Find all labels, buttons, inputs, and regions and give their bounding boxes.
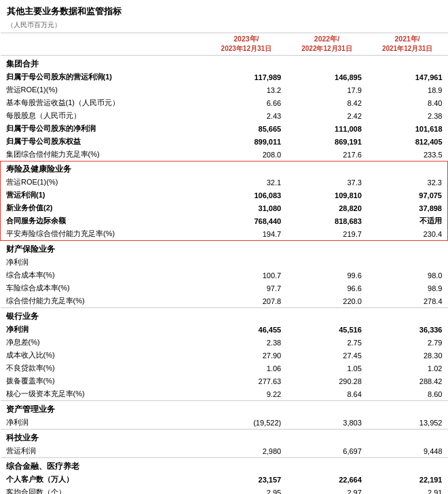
row-value-2: 217.6 [286,148,367,162]
table-row: 成本收入比(%)27.9027.4528.30 [1,349,448,362]
table-row: 营运ROE(1)(%)13.217.918.9 [1,83,448,96]
section-header-tech: 科技业务 [1,430,448,445]
row-value-1: 2.43 [206,109,287,122]
row-value-3: 1.02 [367,362,448,375]
table-row: 车险综合成本率(%)97.796.698.9 [1,282,448,294]
table-row: 净利润 [1,256,448,269]
table-header: 2023年/ 2023年12月31日 2022年/ 2022年12月31日 20… [1,33,448,56]
row-value-2: 27.45 [286,349,367,362]
row-value-2: 869,191 [286,135,367,148]
row-label: 净利润 [1,323,206,336]
row-label: 客均合同数（个） [1,486,206,494]
row-value-2: 45,516 [286,323,367,336]
row-value-1: 100.7 [206,269,287,282]
table-row: 净息差(%)2.382.752.79 [1,336,448,349]
col-2023-header: 2023年/ 2023年12月31日 [206,33,287,56]
row-label: 核心一级资本充足率(%) [1,387,206,401]
row-label: 集团综合偿付能力充足率(%) [1,148,206,162]
row-label: 营运ROE(1)(%) [1,83,206,96]
row-value-3: 2.79 [367,336,448,349]
row-label: 净息差(%) [1,336,206,349]
row-label: 个人客户数（万人） [1,473,206,486]
row-value-2: 290.28 [286,375,367,387]
row-value-1: 194.7 [206,227,287,241]
table-row: 综合成本率(%)100.799.698.0 [1,269,448,282]
section-header-life: 寿险及健康险业务 [1,162,448,176]
row-value-2: 17.9 [286,83,367,96]
row-value-1: 6.66 [206,96,287,109]
table-row: 净利润46,45545,51636,336 [1,323,448,336]
row-value-3 [367,256,448,269]
table-row: 综合偿付能力充足率(%)207.8220.0278.4 [1,294,448,308]
row-value-1: 277.63 [206,375,287,387]
table-row: 营运利润(1)106,083109,81097,075 [1,189,448,202]
row-label: 每股股息（人民币元） [1,109,206,122]
row-value-3: 98.9 [367,282,448,294]
row-value-1: 2.38 [206,336,287,349]
row-value-3: 32.3 [367,176,448,189]
row-value-1: 27.90 [206,349,287,362]
row-value-1: 117,989 [206,71,287,83]
table-row: 营运利润2,9806,6979,448 [1,444,448,458]
page-title: 其他主要业务数据和监管指标 [0,0,448,20]
row-value-1: 85,665 [206,122,287,135]
row-value-3: 18.9 [367,83,448,96]
row-value-3: 8.60 [367,387,448,401]
table-row: 不良贷款率(%)1.061.051.02 [1,362,448,375]
row-label: 成本收入比(%) [1,349,206,362]
table-row: 归属于母公司股东的营运利润(1)117,989146,895147,961 [1,71,448,83]
row-value-1: 899,011 [206,135,287,148]
row-value-2: 146,895 [286,71,367,83]
col-2021-header: 2021年/ 2021年12月31日 [367,33,448,56]
row-value-2: 109,810 [286,189,367,202]
row-value-2: 8.42 [286,96,367,109]
row-value-1: 9.22 [206,387,287,401]
row-value-2: 22,664 [286,473,367,486]
row-value-1: (19,522) [206,416,287,430]
section-header-banking: 银行业务 [1,308,448,324]
row-label: 合同服务边际余额 [1,214,206,227]
row-value-2: 2.42 [286,109,367,122]
col-label-header [1,33,206,56]
row-value-1: 2.95 [206,486,287,494]
row-value-3: 9,448 [367,444,448,458]
row-value-1: 207.8 [206,294,287,308]
row-value-2: 99.6 [286,269,367,282]
row-value-3: 2.91 [367,486,448,494]
row-value-3: 不适用 [367,214,448,227]
row-value-1: 768,440 [206,214,287,227]
row-label: 营运利润(1) [1,189,206,202]
row-value-3: 230.4 [367,227,448,241]
row-value-3: 37,898 [367,202,448,214]
row-label: 归属于母公司股东的净利润 [1,122,206,135]
row-value-3: 22,191 [367,473,448,486]
row-value-3: 13,952 [367,416,448,430]
row-value-2: 220.0 [286,294,367,308]
table-row: 净利润(19,522)3,80313,952 [1,416,448,430]
section-header-group: 集团合并 [1,56,448,71]
table-row: 每股股息（人民币元）2.432.422.38 [1,109,448,122]
table-row: 核心一级资本充足率(%)9.228.648.60 [1,387,448,401]
row-value-2: 8.64 [286,387,367,401]
row-label: 营运ROE(1)(%) [1,176,206,189]
row-label: 综合成本率(%) [1,269,206,282]
table-row: 新业务价值(2)31,08028,82037,898 [1,202,448,214]
row-value-3: 147,961 [367,71,448,83]
row-value-2: 2.97 [286,486,367,494]
row-value-1: 31,080 [206,202,287,214]
table-row: 拨备覆盖率(%)277.63290.28288.42 [1,375,448,387]
row-label: 不良贷款率(%) [1,362,206,375]
main-table: 2023年/ 2023年12月31日 2022年/ 2022年12月31日 20… [0,33,448,494]
section-header-asset: 资产管理业务 [1,401,448,417]
row-value-1: 1.06 [206,362,287,375]
row-value-2 [286,256,367,269]
row-value-1: 46,455 [206,323,287,336]
row-label: 营运利润 [1,444,206,458]
row-value-3: 8.40 [367,96,448,109]
row-label: 净利润 [1,416,206,430]
table-row: 归属于母公司股东的净利润85,665111,008101,618 [1,122,448,135]
row-value-3: 812,405 [367,135,448,148]
row-label: 归属于母公司股东权益 [1,135,206,148]
row-label: 车险综合成本率(%) [1,282,206,294]
row-value-1: 208.0 [206,148,287,162]
